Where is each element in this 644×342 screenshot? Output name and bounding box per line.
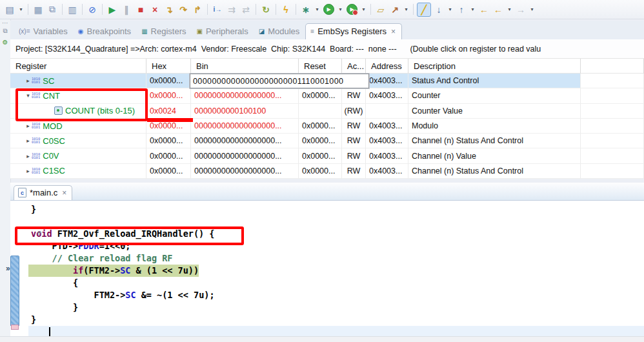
column-header-bin[interactable]: Bin	[191, 59, 299, 74]
debug-icon[interactable]: ∗	[299, 3, 312, 16]
next-annotation-icon[interactable]: ↓	[432, 3, 445, 16]
flash-programmer-icon[interactable]: ϟ	[279, 3, 292, 16]
forward-icon[interactable]: →	[514, 3, 527, 16]
instruction-stepping-icon[interactable]: i→	[211, 3, 224, 16]
bin-cell[interactable]: 000000000000000000...	[191, 164, 299, 179]
table-row-count[interactable]: COUNT (bits 0-15)0x00240000000000100100(…	[10, 104, 644, 119]
chevron-right-icon[interactable]: ▸	[25, 137, 32, 144]
code-area[interactable]: }void FTM2_Ovf_Reload_IRQHandler() {⊖ PT…	[28, 203, 644, 337]
external-tools-dropdown-icon[interactable]: ▾	[403, 3, 410, 16]
save-icon[interactable]: ▦	[32, 3, 45, 16]
address-cell[interactable]: 0x4003...	[366, 164, 408, 179]
tab-embsys-registers[interactable]: ≡EmbSys Registers×	[305, 23, 402, 39]
bin-value-editor[interactable]: 00000000000000000000001110001000	[190, 74, 369, 88]
column-header-hex[interactable]: Hex	[146, 59, 191, 74]
step-over-icon[interactable]: ↷	[177, 3, 190, 16]
description-cell[interactable]: Counter Value	[408, 104, 581, 119]
code-line[interactable]: }	[28, 203, 644, 216]
code-line[interactable]: if(FTM2->SC & (1 << 7u))	[28, 265, 644, 277]
column-header-description[interactable]: Description	[408, 59, 581, 74]
bin-cell[interactable]: 0000000000100100	[191, 104, 299, 119]
open-element-icon[interactable]: ▱	[374, 3, 387, 16]
access-cell[interactable]: (RW)	[342, 104, 366, 119]
table-row-c0sc[interactable]: ▸1010 0101C0SC0x0000...00000000000000000…	[10, 134, 644, 148]
code-line[interactable]: {	[28, 277, 644, 289]
back-icon[interactable]: ←	[492, 3, 505, 16]
access-cell[interactable]: RW	[342, 148, 366, 163]
address-cell[interactable]: 0x4003...	[366, 119, 408, 134]
tab-registers[interactable]: ▦Registers	[137, 24, 192, 39]
step-return-icon[interactable]: ↱	[191, 3, 204, 16]
table-row-c1sc[interactable]: ▸1010 0101C1SC0x0000...00000000000000000…	[10, 164, 644, 179]
mark-occurrences-icon[interactable]: ╱	[417, 3, 431, 17]
address-cell[interactable]	[366, 104, 408, 119]
register-cell[interactable]: ▸1010 0101C0V	[10, 148, 146, 163]
debug-gear-icon[interactable]: ⚙	[1, 39, 10, 46]
new-wizard-icon[interactable]: ▤	[3, 3, 16, 16]
bin-cell[interactable]: 000000000000000000...	[191, 119, 299, 134]
description-cell[interactable]: Channel (n) Status And Control	[408, 134, 581, 148]
bin-cell[interactable]: 000000000000000000...	[191, 88, 299, 103]
reset-cell[interactable]: 0x0000...	[299, 88, 342, 103]
run-icon[interactable]: ▶	[323, 4, 334, 15]
code-line[interactable]	[28, 216, 644, 228]
last-edit-location-icon[interactable]: ←	[478, 3, 490, 16]
restore-view-icon[interactable]: ⧉	[1, 27, 10, 35]
table-row-cnt[interactable]: ▾1010 0101CNT0x0000...000000000000000000…	[10, 88, 644, 103]
tab-main-c[interactable]: c *main.c ×	[14, 185, 72, 200]
forward-dropdown-icon[interactable]: ▾	[528, 3, 536, 16]
profile-icon[interactable]: ▶	[347, 4, 357, 15]
bin-cell[interactable]: 000000000000000000...	[191, 134, 299, 148]
reset-cell[interactable]: 0x0000...	[299, 119, 342, 134]
back-dropdown-icon[interactable]: ▾	[506, 3, 513, 16]
debug-dropdown-icon[interactable]: ▾	[314, 3, 321, 16]
hex-cell[interactable]: 0x0024	[146, 104, 191, 119]
description-cell[interactable]: Status And Control	[408, 74, 581, 88]
strip-handle-icon[interactable]: ⋯	[1, 19, 10, 26]
code-line[interactable]: PTD->PDDR=1<<0;	[28, 240, 644, 252]
suspend-icon[interactable]: ∥	[120, 3, 133, 16]
close-icon[interactable]: ×	[391, 27, 396, 36]
hex-cell[interactable]: 0x0000...	[146, 88, 191, 103]
column-header-reset[interactable]: Reset	[299, 59, 342, 74]
terminate-icon[interactable]: ■	[134, 3, 147, 16]
description-cell[interactable]: Modulo	[408, 119, 581, 134]
register-cell[interactable]: ▾1010 0101CNT	[10, 88, 146, 103]
register-cell[interactable]: ▸1010 0101MOD	[10, 119, 146, 134]
chevron-right-icon[interactable]: ▸	[25, 123, 32, 129]
register-cell[interactable]: ▸1010 0101SC	[10, 74, 146, 88]
resume-icon[interactable]: ▶	[106, 3, 119, 16]
column-header-address[interactable]: Address	[366, 59, 408, 74]
disconnect-icon[interactable]: ×	[148, 3, 161, 16]
chevron-down-icon[interactable]: ▾	[25, 92, 32, 99]
editor-content[interactable]: }void FTM2_Ovf_Reload_IRQHandler() {⊖ PT…	[10, 201, 644, 337]
close-icon[interactable]: ×	[62, 188, 66, 197]
register-cell[interactable]: COUNT (bits 0-15)	[10, 104, 146, 119]
description-cell[interactable]: Channel (n) Status And Control	[408, 164, 581, 179]
hex-cell[interactable]: 0x0000...	[146, 74, 191, 88]
hex-cell[interactable]: 0x0000...	[146, 164, 191, 179]
tab-variables[interactable]: (x)=Variables	[14, 24, 74, 39]
previous-annotation-dropdown-icon[interactable]: ▾	[469, 3, 476, 16]
tab-modules[interactable]: ◪Modules	[254, 24, 306, 39]
reset-cell[interactable]: 0x0000...	[299, 148, 342, 163]
step-into-icon[interactable]: ↴	[163, 3, 176, 16]
previous-annotation-icon[interactable]: ↑	[455, 3, 468, 16]
reset-cell[interactable]	[299, 104, 342, 119]
description-cell[interactable]: Channel (n) Value	[408, 148, 581, 163]
access-cell[interactable]: RW	[342, 88, 366, 103]
code-line[interactable]: void FTM2_Ovf_Reload_IRQHandler() {⊖	[28, 228, 644, 240]
bin-cell[interactable]: 000000000000000000...	[191, 148, 299, 163]
tab-breakpoints[interactable]: ◉Breakpoints	[74, 24, 137, 39]
chevron-right-icon[interactable]: ▸	[25, 77, 32, 84]
code-line[interactable]: }	[28, 314, 644, 326]
run-dropdown-icon[interactable]: ▾	[337, 3, 344, 16]
address-cell[interactable]: 0x4003...	[366, 88, 408, 103]
chevron-right-icon[interactable]: ▸	[25, 153, 32, 159]
new-dropdown-icon[interactable]: ▾	[17, 3, 25, 16]
skip-all-breakpoints-icon[interactable]: ⊘	[86, 3, 99, 16]
table-row-mod[interactable]: ▸1010 0101MOD0x0000...000000000000000000…	[10, 119, 644, 134]
code-line[interactable]: FTM2->SC &= ~(1 << 7u);	[28, 289, 644, 301]
reset-cell[interactable]: 0x0000...	[299, 164, 342, 179]
code-line[interactable]	[28, 326, 644, 337]
